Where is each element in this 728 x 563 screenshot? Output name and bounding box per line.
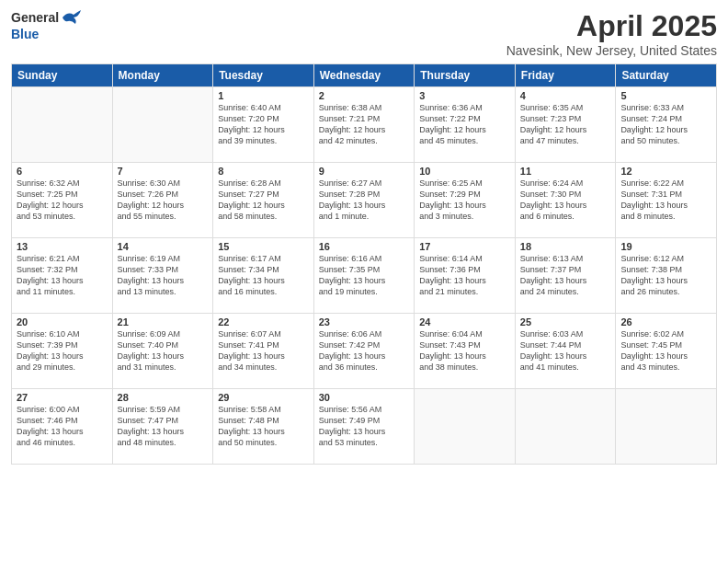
calendar-week-row: 13Sunrise: 6:21 AM Sunset: 7:32 PM Dayli… bbox=[12, 238, 717, 314]
day-number: 12 bbox=[620, 166, 711, 177]
day-info: Sunrise: 6:17 AM Sunset: 7:34 PM Dayligh… bbox=[218, 253, 309, 298]
table-row: 26Sunrise: 6:02 AM Sunset: 7:45 PM Dayli… bbox=[616, 314, 717, 389]
day-info: Sunrise: 6:30 AM Sunset: 7:26 PM Dayligh… bbox=[118, 178, 209, 223]
day-number: 5 bbox=[620, 90, 711, 101]
day-info: Sunrise: 6:16 AM Sunset: 7:35 PM Dayligh… bbox=[319, 253, 410, 298]
day-info: Sunrise: 6:04 AM Sunset: 7:43 PM Dayligh… bbox=[419, 328, 510, 373]
day-info: Sunrise: 6:09 AM Sunset: 7:40 PM Dayligh… bbox=[118, 328, 209, 373]
day-info: Sunrise: 6:14 AM Sunset: 7:36 PM Dayligh… bbox=[419, 253, 510, 298]
table-row: 30Sunrise: 5:56 AM Sunset: 7:49 PM Dayli… bbox=[313, 389, 415, 465]
col-friday: Friday bbox=[515, 64, 616, 87]
table-row: 28Sunrise: 5:59 AM Sunset: 7:47 PM Dayli… bbox=[112, 389, 213, 465]
calendar-location: Navesink, New Jersey, United States bbox=[506, 43, 717, 58]
calendar-header-row: Sunday Monday Tuesday Wednesday Thursday… bbox=[12, 64, 717, 87]
day-number: 18 bbox=[520, 241, 611, 252]
day-info: Sunrise: 6:02 AM Sunset: 7:45 PM Dayligh… bbox=[620, 328, 711, 373]
day-number: 16 bbox=[319, 241, 410, 252]
table-row: 2Sunrise: 6:38 AM Sunset: 7:21 PM Daylig… bbox=[313, 87, 415, 163]
day-number: 30 bbox=[319, 392, 410, 403]
day-number: 24 bbox=[419, 316, 510, 327]
logo: General Blue bbox=[11, 9, 81, 42]
table-row: 16Sunrise: 6:16 AM Sunset: 7:35 PM Dayli… bbox=[313, 238, 415, 314]
calendar-title: April 2025 bbox=[506, 9, 717, 43]
table-row: 15Sunrise: 6:17 AM Sunset: 7:34 PM Dayli… bbox=[213, 238, 314, 314]
table-row: 29Sunrise: 5:58 AM Sunset: 7:48 PM Dayli… bbox=[213, 389, 314, 465]
day-info: Sunrise: 6:40 AM Sunset: 7:20 PM Dayligh… bbox=[218, 102, 309, 147]
calendar-week-row: 1Sunrise: 6:40 AM Sunset: 7:20 PM Daylig… bbox=[12, 87, 717, 163]
table-row: 3Sunrise: 6:36 AM Sunset: 7:22 PM Daylig… bbox=[415, 87, 516, 163]
day-info: Sunrise: 6:33 AM Sunset: 7:24 PM Dayligh… bbox=[620, 102, 711, 147]
table-row: 20Sunrise: 6:10 AM Sunset: 7:39 PM Dayli… bbox=[12, 314, 113, 389]
table-row: 1Sunrise: 6:40 AM Sunset: 7:20 PM Daylig… bbox=[213, 87, 314, 163]
day-info: Sunrise: 6:22 AM Sunset: 7:31 PM Dayligh… bbox=[620, 178, 711, 223]
day-number: 9 bbox=[319, 166, 410, 177]
day-info: Sunrise: 5:56 AM Sunset: 7:49 PM Dayligh… bbox=[319, 404, 410, 449]
day-number: 3 bbox=[419, 90, 510, 101]
day-info: Sunrise: 6:10 AM Sunset: 7:39 PM Dayligh… bbox=[17, 328, 108, 373]
table-row bbox=[616, 389, 717, 465]
day-number: 20 bbox=[17, 316, 108, 327]
day-info: Sunrise: 6:13 AM Sunset: 7:37 PM Dayligh… bbox=[520, 253, 611, 298]
day-number: 17 bbox=[419, 241, 510, 252]
day-number: 11 bbox=[520, 166, 611, 177]
day-info: Sunrise: 6:38 AM Sunset: 7:21 PM Dayligh… bbox=[319, 102, 410, 147]
table-row: 12Sunrise: 6:22 AM Sunset: 7:31 PM Dayli… bbox=[616, 163, 717, 238]
table-row: 6Sunrise: 6:32 AM Sunset: 7:25 PM Daylig… bbox=[12, 163, 113, 238]
table-row bbox=[12, 87, 113, 163]
logo-bird-icon bbox=[61, 9, 81, 26]
table-row: 24Sunrise: 6:04 AM Sunset: 7:43 PM Dayli… bbox=[415, 314, 516, 389]
header: General Blue April 2025 Navesink, New Je… bbox=[11, 9, 717, 58]
table-row: 14Sunrise: 6:19 AM Sunset: 7:33 PM Dayli… bbox=[112, 238, 213, 314]
day-info: Sunrise: 6:24 AM Sunset: 7:30 PM Dayligh… bbox=[520, 178, 611, 223]
day-info: Sunrise: 6:25 AM Sunset: 7:29 PM Dayligh… bbox=[419, 178, 510, 223]
day-number: 19 bbox=[620, 241, 711, 252]
page: General Blue April 2025 Navesink, New Je… bbox=[0, 0, 728, 563]
logo-blue-text: Blue bbox=[11, 27, 39, 41]
day-number: 29 bbox=[218, 392, 309, 403]
col-monday: Monday bbox=[112, 64, 213, 87]
day-info: Sunrise: 6:12 AM Sunset: 7:38 PM Dayligh… bbox=[620, 253, 711, 298]
day-number: 15 bbox=[218, 241, 309, 252]
table-row: 10Sunrise: 6:25 AM Sunset: 7:29 PM Dayli… bbox=[415, 163, 516, 238]
table-row: 11Sunrise: 6:24 AM Sunset: 7:30 PM Dayli… bbox=[515, 163, 616, 238]
table-row: 25Sunrise: 6:03 AM Sunset: 7:44 PM Dayli… bbox=[515, 314, 616, 389]
day-info: Sunrise: 6:21 AM Sunset: 7:32 PM Dayligh… bbox=[17, 253, 108, 298]
day-number: 22 bbox=[218, 316, 309, 327]
day-number: 21 bbox=[118, 316, 209, 327]
day-number: 28 bbox=[118, 392, 209, 403]
day-number: 8 bbox=[218, 166, 309, 177]
day-number: 1 bbox=[218, 90, 309, 101]
col-tuesday: Tuesday bbox=[213, 64, 314, 87]
table-row: 13Sunrise: 6:21 AM Sunset: 7:32 PM Dayli… bbox=[12, 238, 113, 314]
calendar-week-row: 27Sunrise: 6:00 AM Sunset: 7:46 PM Dayli… bbox=[12, 389, 717, 465]
table-row: 7Sunrise: 6:30 AM Sunset: 7:26 PM Daylig… bbox=[112, 163, 213, 238]
day-number: 14 bbox=[118, 241, 209, 252]
day-number: 7 bbox=[118, 166, 209, 177]
day-info: Sunrise: 6:28 AM Sunset: 7:27 PM Dayligh… bbox=[218, 178, 309, 223]
day-number: 23 bbox=[319, 316, 410, 327]
day-number: 2 bbox=[319, 90, 410, 101]
day-number: 27 bbox=[17, 392, 108, 403]
day-number: 10 bbox=[419, 166, 510, 177]
col-wednesday: Wednesday bbox=[313, 64, 415, 87]
table-row: 9Sunrise: 6:27 AM Sunset: 7:28 PM Daylig… bbox=[313, 163, 415, 238]
col-saturday: Saturday bbox=[616, 64, 717, 87]
col-sunday: Sunday bbox=[12, 64, 113, 87]
day-number: 25 bbox=[520, 316, 611, 327]
day-info: Sunrise: 6:35 AM Sunset: 7:23 PM Dayligh… bbox=[520, 102, 611, 147]
day-info: Sunrise: 5:58 AM Sunset: 7:48 PM Dayligh… bbox=[218, 404, 309, 449]
table-row: 27Sunrise: 6:00 AM Sunset: 7:46 PM Dayli… bbox=[12, 389, 113, 465]
table-row bbox=[112, 87, 213, 163]
table-row: 23Sunrise: 6:06 AM Sunset: 7:42 PM Dayli… bbox=[313, 314, 415, 389]
col-thursday: Thursday bbox=[415, 64, 516, 87]
day-info: Sunrise: 6:27 AM Sunset: 7:28 PM Dayligh… bbox=[319, 178, 410, 223]
calendar-week-row: 6Sunrise: 6:32 AM Sunset: 7:25 PM Daylig… bbox=[12, 163, 717, 238]
table-row: 8Sunrise: 6:28 AM Sunset: 7:27 PM Daylig… bbox=[213, 163, 314, 238]
calendar-week-row: 20Sunrise: 6:10 AM Sunset: 7:39 PM Dayli… bbox=[12, 314, 717, 389]
table-row: 18Sunrise: 6:13 AM Sunset: 7:37 PM Dayli… bbox=[515, 238, 616, 314]
table-row bbox=[515, 389, 616, 465]
day-info: Sunrise: 6:07 AM Sunset: 7:41 PM Dayligh… bbox=[218, 328, 309, 373]
day-info: Sunrise: 6:03 AM Sunset: 7:44 PM Dayligh… bbox=[520, 328, 611, 373]
day-info: Sunrise: 5:59 AM Sunset: 7:47 PM Dayligh… bbox=[118, 404, 209, 449]
day-number: 13 bbox=[17, 241, 108, 252]
